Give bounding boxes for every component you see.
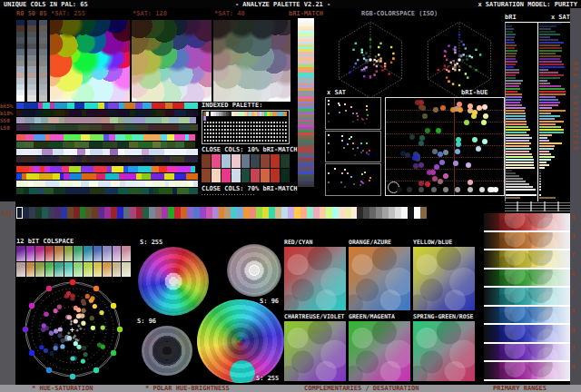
pal-swatch[interactable] <box>414 207 420 219</box>
close-col-swatch[interactable] <box>241 154 251 168</box>
pal-swatch[interactable] <box>42 207 48 219</box>
close-col-swatch[interactable] <box>222 169 231 182</box>
pal-swatch[interactable] <box>92 207 98 219</box>
pal-swatch[interactable] <box>23 207 29 219</box>
close-col-swatch[interactable] <box>202 154 211 168</box>
pal-swatch[interactable] <box>231 207 237 219</box>
pal-swatch[interactable] <box>269 207 275 219</box>
pal-swatch[interactable] <box>206 207 212 219</box>
close-col-swatch[interactable] <box>212 169 221 182</box>
wheel-color-dot <box>101 345 105 349</box>
close-col-swatch[interactable] <box>281 154 290 168</box>
close-col-swatch[interactable] <box>261 154 270 168</box>
pal-swatch[interactable] <box>307 207 313 219</box>
pal-swatch[interactable] <box>48 207 54 219</box>
pal-swatch[interactable] <box>98 207 104 219</box>
pal-swatch[interactable] <box>326 207 332 219</box>
strip-cell <box>154 156 163 162</box>
close-col-swatch[interactable] <box>261 169 270 182</box>
pal-swatch[interactable] <box>288 207 294 219</box>
pal-swatch[interactable] <box>168 207 174 219</box>
saturation-model[interactable]: x SATURATION MODEL: PURITY <box>478 1 577 8</box>
close-col-swatch[interactable] <box>222 154 231 168</box>
pal-swatch[interactable] <box>224 207 231 219</box>
strip-cell <box>190 117 195 123</box>
pal-swatch[interactable] <box>401 207 408 219</box>
close-col-swatch[interactable] <box>212 154 221 168</box>
pal-swatch[interactable] <box>212 207 219 219</box>
cube-color-dot <box>444 64 446 66</box>
pal-swatch[interactable] <box>85 207 92 219</box>
pal-swatch[interactable] <box>61 207 67 219</box>
pal-swatch[interactable] <box>174 207 181 219</box>
pal-swatch[interactable] <box>237 207 243 219</box>
pal-swatch[interactable] <box>67 207 74 219</box>
pal-swatch[interactable] <box>117 207 123 219</box>
ramp-column <box>39 20 47 102</box>
pal-swatch[interactable] <box>395 207 401 219</box>
pal-swatch[interactable] <box>408 207 414 219</box>
pal-swatch[interactable] <box>256 207 262 219</box>
indexed-palette-cell[interactable] <box>285 112 288 116</box>
sat-bar <box>539 74 564 76</box>
pal-swatch[interactable] <box>136 207 143 219</box>
pal-swatch[interactable] <box>250 207 256 219</box>
pal-swatch[interactable] <box>420 207 427 219</box>
pal-swatch[interactable] <box>294 207 300 219</box>
pal-swatch[interactable] <box>80 207 86 219</box>
indexed-palette-cells[interactable] <box>203 112 288 121</box>
pal-swatch[interactable] <box>376 207 382 219</box>
pal-swatch[interactable] <box>104 207 111 219</box>
cube-color-dot <box>444 50 446 52</box>
pal-swatch[interactable] <box>332 207 339 219</box>
pal-swatch[interactable] <box>369 207 376 219</box>
pal-swatch[interactable] <box>313 207 320 219</box>
bri-bar <box>506 126 528 128</box>
wheel-anchor-dot <box>46 368 52 373</box>
pal-swatch[interactable] <box>262 207 269 219</box>
close-col-swatch[interactable] <box>231 169 241 182</box>
pal-swatch[interactable] <box>123 207 130 219</box>
close-col-swatch[interactable] <box>281 169 290 182</box>
close-col-swatch[interactable] <box>231 154 241 168</box>
pal-swatch[interactable] <box>363 207 369 219</box>
pal-swatch[interactable] <box>382 207 389 219</box>
close-col-swatch[interactable] <box>251 169 260 182</box>
pal-swatch[interactable] <box>357 207 363 219</box>
pal-swatch[interactable] <box>155 207 162 219</box>
pal-swatch[interactable] <box>29 207 35 219</box>
scatter-dot <box>438 179 443 184</box>
cube-color-dot <box>365 52 367 54</box>
pal-swatch[interactable] <box>320 207 326 219</box>
pal-swatch[interactable] <box>193 207 200 219</box>
pal-swatch[interactable] <box>275 207 281 219</box>
pal-swatch[interactable] <box>149 207 155 219</box>
x-sat-dot <box>352 142 354 144</box>
pal-swatch[interactable] <box>219 207 225 219</box>
pal-swatch[interactable] <box>143 207 149 219</box>
pal-swatch[interactable] <box>243 207 250 219</box>
pal-swatch[interactable] <box>16 207 23 219</box>
pal-swatch[interactable] <box>181 207 187 219</box>
pal-swatch[interactable] <box>281 207 288 219</box>
pal-swatch[interactable] <box>339 207 345 219</box>
sat-bar <box>539 55 561 57</box>
pal-swatch[interactable] <box>187 207 193 219</box>
close-col-swatch[interactable] <box>241 169 251 182</box>
pal-swatch[interactable] <box>351 207 358 219</box>
pal-swatch[interactable] <box>389 207 395 219</box>
pal-swatch[interactable] <box>54 207 61 219</box>
pal-swatch[interactable] <box>162 207 168 219</box>
pal-swatch[interactable] <box>200 207 206 219</box>
pal-swatch[interactable] <box>35 207 42 219</box>
pal-strip[interactable] <box>16 207 427 219</box>
pal-swatch[interactable] <box>111 207 117 219</box>
close-col-swatch[interactable] <box>271 154 280 168</box>
pal-swatch[interactable] <box>345 207 351 219</box>
close-col-swatch[interactable] <box>202 169 211 182</box>
pal-swatch[interactable] <box>74 207 80 219</box>
close-col-swatch[interactable] <box>251 154 260 168</box>
close-col-swatch[interactable] <box>271 169 280 182</box>
pal-swatch[interactable] <box>130 207 136 219</box>
pal-swatch[interactable] <box>300 207 307 219</box>
